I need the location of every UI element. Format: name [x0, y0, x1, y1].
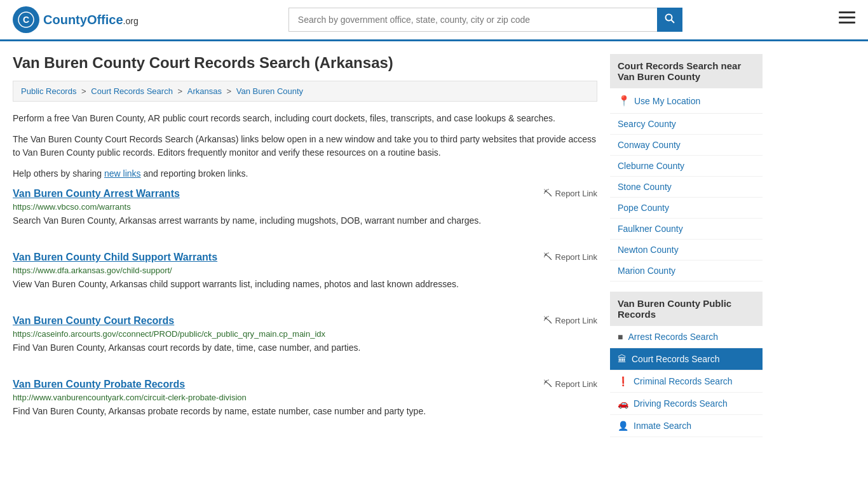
- county-link[interactable]: Searcy County: [618, 119, 676, 129]
- location-pin-icon: 📍: [618, 95, 630, 107]
- sidebar: Court Records Search near Van Buren Coun…: [610, 54, 763, 442]
- search-button[interactable]: [657, 8, 682, 32]
- report-icon: ⛏: [543, 188, 552, 198]
- result-item: Van Buren County Court Records ⛏ Report …: [13, 315, 597, 361]
- report-link-1[interactable]: ⛏ Report Link: [543, 252, 597, 262]
- content-area: Van Buren County Court Records Search (A…: [13, 54, 597, 442]
- criminal-records-link[interactable]: Criminal Records Search: [634, 376, 733, 386]
- breadcrumb-van-buren[interactable]: Van Buren County: [236, 86, 303, 96]
- list-item[interactable]: Faulkner County: [610, 219, 763, 240]
- result-item: Van Buren County Child Support Warrants …: [13, 252, 597, 297]
- description-para3: Help others by sharing new links and rep…: [13, 167, 597, 180]
- description-para2: The Van Buren County Court Records Searc…: [13, 133, 597, 159]
- svg-line-3: [671, 20, 674, 24]
- list-item[interactable]: Stone County: [610, 177, 763, 198]
- result-desc: Find Van Buren County, Arkansas probate …: [13, 405, 597, 418]
- sidebar-item-arrest-records[interactable]: ■ Arrest Records Search: [610, 326, 763, 348]
- menu-icon[interactable]: [839, 11, 855, 28]
- list-item[interactable]: Cleburne County: [610, 156, 763, 177]
- report-icon: ⛏: [543, 315, 552, 325]
- county-link[interactable]: Pope County: [618, 203, 669, 213]
- county-link[interactable]: Stone County: [618, 182, 672, 192]
- sidebar-public-records-title: Van Buren County Public Records: [610, 292, 763, 326]
- list-item[interactable]: Searcy County: [610, 114, 763, 135]
- report-link-3[interactable]: ⛏ Report Link: [543, 379, 597, 389]
- svg-rect-4: [839, 11, 855, 13]
- list-item[interactable]: Conway County: [610, 135, 763, 156]
- result-desc: View Van Buren County, Arkansas child su…: [13, 278, 597, 291]
- result-title-link[interactable]: Van Buren County Arrest Warrants: [13, 188, 180, 200]
- inmate-search-link[interactable]: Inmate Search: [634, 421, 691, 431]
- svg-point-2: [665, 15, 672, 21]
- county-link[interactable]: Faulkner County: [618, 224, 683, 234]
- report-icon: ⛏: [543, 252, 552, 262]
- driving-icon: 🚗: [618, 398, 628, 409]
- sidebar-item-court-records[interactable]: 🏛 Court Records Search: [610, 348, 763, 370]
- result-title-link[interactable]: Van Buren County Court Records: [13, 315, 174, 327]
- result-title-link[interactable]: Van Buren County Child Support Warrants: [13, 252, 217, 263]
- results-list: Van Buren County Arrest Warrants ⛏ Repor…: [13, 188, 597, 424]
- result-url: http://www.vanburencountyark.com/circuit…: [13, 393, 597, 402]
- sidebar-nearby-title: Court Records Search near Van Buren Coun…: [610, 54, 763, 88]
- inmate-icon: 👤: [618, 421, 628, 431]
- list-item[interactable]: Newton County: [610, 240, 763, 261]
- result-url: https://www.dfa.arkansas.gov/child-suppo…: [13, 266, 597, 275]
- result-url: https://caseinfo.arcourts.gov/cconnect/P…: [13, 329, 597, 339]
- result-desc: Search Van Buren County, Arkansas arrest…: [13, 214, 597, 227]
- report-link-2[interactable]: ⛏ Report Link: [543, 315, 597, 325]
- svg-text:C: C: [23, 15, 29, 25]
- result-desc: Find Van Buren County, Arkansas court re…: [13, 341, 597, 355]
- result-url: https://www.vbcso.com/warrants: [13, 202, 597, 212]
- court-icon: 🏛: [618, 354, 627, 364]
- list-item[interactable]: Marion County: [610, 261, 763, 281]
- new-links-link[interactable]: new links: [104, 168, 141, 179]
- sidebar-item-criminal-records[interactable]: ❗ Criminal Records Search: [610, 370, 763, 393]
- main-container: Van Buren County Court Records Search (A…: [0, 41, 868, 455]
- county-link[interactable]: Cleburne County: [618, 161, 684, 171]
- nearby-county-list: Searcy County Conway County Cleburne Cou…: [610, 114, 763, 281]
- header: C CountyOffice.org: [0, 0, 868, 41]
- arrest-icon: ■: [618, 332, 623, 342]
- svg-rect-6: [839, 22, 855, 24]
- use-location-link[interactable]: Use My Location: [634, 96, 700, 106]
- logo-icon: C: [13, 6, 39, 33]
- page-title: Van Buren County Court Records Search (A…: [13, 54, 597, 72]
- criminal-icon: ❗: [618, 376, 628, 386]
- use-my-location[interactable]: 📍 Use My Location: [610, 88, 763, 114]
- driving-records-link[interactable]: Driving Records Search: [634, 398, 728, 409]
- list-item[interactable]: Pope County: [610, 198, 763, 219]
- search-bar: [288, 8, 682, 32]
- county-link[interactable]: Newton County: [618, 245, 679, 255]
- logo-text: CountyOffice.org: [43, 13, 139, 27]
- court-records-link[interactable]: Court Records Search: [632, 354, 720, 364]
- result-item: Van Buren County Probate Records ⛏ Repor…: [13, 379, 597, 424]
- description-para1: Perform a free Van Buren County, AR publ…: [13, 112, 597, 125]
- search-input[interactable]: [288, 8, 657, 32]
- county-link[interactable]: Marion County: [618, 266, 675, 276]
- county-link[interactable]: Conway County: [618, 140, 681, 150]
- breadcrumb-public-records[interactable]: Public Records: [21, 86, 76, 96]
- arrest-records-link[interactable]: Arrest Records Search: [628, 332, 718, 342]
- sidebar-item-driving-records[interactable]: 🚗 Driving Records Search: [610, 393, 763, 415]
- breadcrumb: Public Records > Court Records Search > …: [13, 81, 597, 102]
- breadcrumb-arkansas[interactable]: Arkansas: [187, 86, 222, 96]
- report-link-0[interactable]: ⛏ Report Link: [543, 188, 597, 198]
- result-item: Van Buren County Arrest Warrants ⛏ Repor…: [13, 188, 597, 234]
- sidebar-item-inmate-search[interactable]: 👤 Inmate Search: [610, 415, 763, 437]
- logo-area[interactable]: C CountyOffice.org: [13, 6, 139, 33]
- public-records-list: ■ Arrest Records Search 🏛 Court Records …: [610, 326, 763, 437]
- report-icon: ⛏: [543, 379, 552, 389]
- svg-rect-5: [839, 17, 855, 18]
- breadcrumb-court-records-search[interactable]: Court Records Search: [91, 86, 173, 96]
- result-title-link[interactable]: Van Buren County Probate Records: [13, 379, 185, 390]
